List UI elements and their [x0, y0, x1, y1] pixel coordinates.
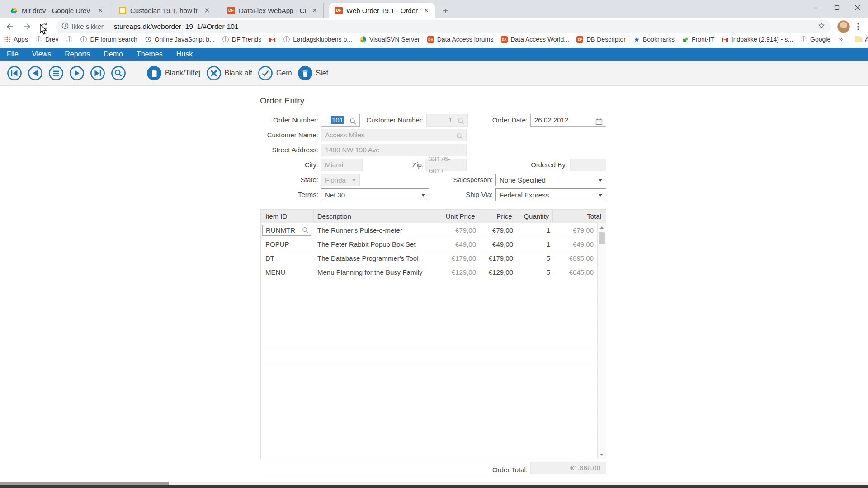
- scroll-down-icon[interactable]: [598, 450, 606, 459]
- grid-row[interactable]: MENU Menu Planning for the Busy Family €…: [261, 265, 606, 279]
- grid-empty-row: [261, 447, 606, 461]
- grid-empty-row: [261, 307, 606, 321]
- bookmark-bookmarks[interactable]: Bookmarks: [629, 36, 678, 43]
- street-address-label: Street Address:: [244, 144, 318, 156]
- grid-row[interactable]: RUNMTR The Runner's Pulse-o-meter €79,00…: [261, 223, 606, 237]
- menu-themes[interactable]: Themes: [130, 48, 170, 61]
- bookmarks-overflow-icon[interactable]: [834, 35, 847, 43]
- grid-vertical-scrollbar[interactable]: [597, 223, 606, 459]
- frontit-icon: [682, 36, 689, 43]
- slet-button[interactable]: Slet: [297, 66, 329, 81]
- col-price[interactable]: Price: [479, 210, 516, 223]
- other-bookmarks-label: Andre bogmærker: [865, 36, 868, 43]
- bookmark-gmail[interactable]: [265, 36, 279, 43]
- bookmark-label: Front-IT: [692, 36, 714, 43]
- calendar-icon[interactable]: [595, 117, 603, 129]
- menu-husk[interactable]: Husk: [170, 48, 199, 61]
- blank-alt-label: Blank alt: [225, 69, 252, 77]
- clear-all-icon: [206, 66, 222, 81]
- bookmark-label: VisualSVN Server: [369, 36, 420, 43]
- col-description[interactable]: Description: [314, 210, 442, 223]
- bookmark-front-it[interactable]: Front-IT: [678, 36, 718, 43]
- grid-empty-row: [261, 433, 606, 447]
- next-record-button[interactable]: [69, 66, 85, 81]
- globe-icon: [80, 36, 87, 43]
- blank-tilfoj-button[interactable]: Blank/Tilføj: [146, 66, 201, 81]
- customer-name-field: Access Miles: [321, 129, 467, 141]
- browser-tab-custodian-doc[interactable]: Custodian 19.1, how it works - G: [113, 3, 216, 18]
- blank-alt-button[interactable]: Blank alt: [206, 66, 252, 81]
- scrollbar-thumb[interactable]: [599, 232, 605, 244]
- browser-tab-dataflex-webapp[interactable]: DF DataFlex WebApp - Custodian 19: [222, 3, 324, 18]
- dataflex-icon: DF: [227, 6, 235, 14]
- menu-demo[interactable]: Demo: [97, 48, 130, 61]
- browser-tab-web-order[interactable]: DF Web Order 19.1 - Order Entry: [329, 3, 435, 18]
- profile-avatar[interactable]: [837, 20, 850, 33]
- scrollbar-thumb[interactable]: [0, 482, 169, 485]
- security-label[interactable]: Ikke sikker: [71, 23, 104, 30]
- bookmark-label: DF forum search: [90, 36, 137, 43]
- page-info-icon[interactable]: [61, 22, 69, 31]
- url-text[interactable]: stureaps.dk/weborder_19_1/#Order-101: [114, 23, 817, 31]
- bookmark-online-javascript[interactable]: Online JavaScript b...: [141, 36, 218, 43]
- search-record-button[interactable]: [111, 66, 126, 81]
- col-total[interactable]: Total: [553, 210, 606, 223]
- address-bar[interactable]: Ikke sikker stureaps.dk/weborder_19_1/#O…: [56, 20, 831, 33]
- last-record-button[interactable]: [90, 66, 105, 81]
- slet-label: Slet: [316, 69, 329, 77]
- minimize-button[interactable]: [806, 0, 826, 15]
- tab-close-icon[interactable]: [311, 6, 319, 14]
- bookmark-data-access-forums[interactable]: DA Data Access forums: [424, 36, 497, 43]
- tab-close-icon[interactable]: [96, 6, 104, 14]
- order-date-field[interactable]: 26.02.2012: [530, 114, 606, 127]
- bookmark-lordagsklubbens[interactable]: Lørdagsklubbens p...: [279, 36, 356, 43]
- bookmark-apps[interactable]: Apps: [0, 36, 32, 43]
- chevron-down-icon: [421, 194, 425, 197]
- menu-reports[interactable]: Reports: [58, 48, 97, 61]
- previous-record-button[interactable]: [28, 66, 43, 81]
- grid-row[interactable]: DT The Database Programmer's Tool €179,0…: [261, 251, 606, 265]
- item-id-input[interactable]: RUNMTR: [262, 225, 311, 236]
- grid-row[interactable]: POPUP The Peter Rabbit Popup Box Set €49…: [261, 237, 606, 251]
- bookmark-indbakke[interactable]: Indbakke (2.914) - s...: [718, 36, 797, 43]
- menu-views[interactable]: Views: [25, 48, 58, 61]
- bookmark-data-access-world[interactable]: DA Data Access World...: [497, 36, 573, 43]
- tab-close-icon[interactable]: [422, 6, 430, 14]
- tab-title: DataFlex WebApp - Custodian 19: [239, 7, 307, 14]
- bookmark-df-forum-search[interactable]: DF forum search: [76, 36, 141, 43]
- menu-file[interactable]: File: [0, 48, 25, 61]
- forward-icon[interactable]: [20, 19, 34, 34]
- bookmark-db-descriptor[interactable]: DF DB Descriptor: [573, 36, 629, 43]
- first-record-button[interactable]: [7, 66, 22, 81]
- new-tab-button[interactable]: [439, 5, 452, 17]
- gem-button[interactable]: Gem: [258, 66, 292, 81]
- bookmark-df-trends[interactable]: DF Trends: [218, 36, 265, 43]
- terms-select[interactable]: Net 30: [321, 188, 429, 201]
- col-quantity[interactable]: Quantity: [516, 210, 553, 223]
- ship-via-select[interactable]: Federal Express: [495, 188, 606, 201]
- clock-icon: [145, 36, 152, 43]
- col-item-id[interactable]: Item ID: [261, 210, 314, 223]
- tab-close-icon[interactable]: [203, 6, 211, 14]
- bookmark-star-icon[interactable]: [817, 22, 826, 31]
- first-record-icon: [7, 66, 22, 81]
- maximize-button[interactable]: [826, 0, 847, 15]
- bookmark-unnamed[interactable]: [62, 36, 76, 43]
- col-unit-price[interactable]: Unit Price: [442, 210, 479, 223]
- horizontal-scrollbar[interactable]: [0, 482, 868, 485]
- salesperson-select[interactable]: None Specified: [495, 174, 606, 186]
- bookmark-google[interactable]: Google: [797, 36, 834, 43]
- city-label: City:: [253, 159, 318, 171]
- state-label: State:: [262, 174, 318, 186]
- google-docs-icon: [118, 6, 127, 14]
- search-icon: [111, 66, 126, 81]
- bookmark-visualsvn[interactable]: VisualSVN Server: [356, 36, 424, 43]
- browser-menu-icon[interactable]: [852, 20, 864, 33]
- record-list-button[interactable]: [48, 66, 64, 81]
- back-icon[interactable]: [3, 19, 17, 34]
- other-bookmarks-button[interactable]: Andre bogmærker: [851, 36, 868, 43]
- browser-tab-drive[interactable]: Mit drev - Google Drev: [5, 3, 109, 18]
- omnibox-separator: [108, 23, 108, 30]
- scroll-up-icon[interactable]: [598, 223, 606, 231]
- close-button[interactable]: [847, 0, 868, 15]
